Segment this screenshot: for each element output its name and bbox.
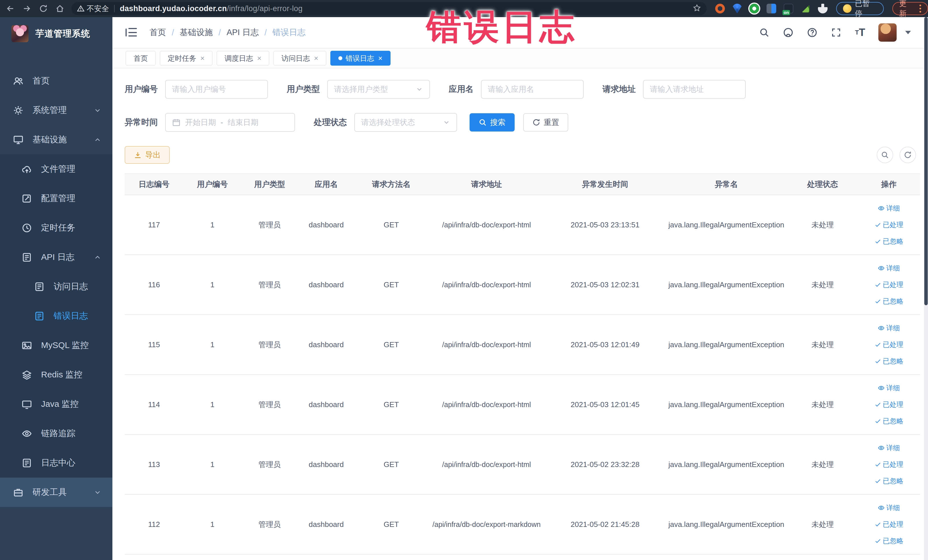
- refresh-table-button[interactable]: [899, 146, 916, 163]
- browser-forward-icon[interactable]: [21, 2, 33, 15]
- detail-link[interactable]: 详细: [878, 383, 900, 392]
- sidebar-item-4[interactable]: 文件管理: [0, 154, 112, 184]
- browser-scrollbar[interactable]: [924, 17, 928, 560]
- tag-tab-2[interactable]: 定时任务×: [160, 51, 212, 66]
- sidebar-item-13[interactable]: 链路追踪: [0, 419, 112, 448]
- sidebar-item-3[interactable]: 基础设施: [0, 125, 112, 154]
- check-icon: [875, 358, 881, 365]
- user-type-select[interactable]: 请选择用户类型: [327, 80, 430, 99]
- sidebar-item-8[interactable]: 访问日志: [0, 272, 112, 301]
- detail-link[interactable]: 详细: [878, 443, 900, 452]
- sidebar-item-9[interactable]: 错误日志: [0, 301, 112, 331]
- request-url-input[interactable]: [650, 85, 739, 94]
- date-start-placeholder: 开始日期: [185, 117, 216, 128]
- tag-tab-5[interactable]: 错误日志×: [330, 51, 391, 66]
- sidebar-item-10[interactable]: MySQL 监控: [0, 331, 112, 360]
- sidebar-item-label: 错误日志: [53, 310, 88, 322]
- search-icon[interactable]: [759, 27, 770, 38]
- detail-link[interactable]: 详细: [878, 264, 900, 273]
- update-button[interactable]: 更新: [892, 2, 928, 15]
- font-size-icon[interactable]: TT: [855, 27, 866, 38]
- browser-home-icon[interactable]: [53, 2, 66, 15]
- browser-menu-icon[interactable]: [919, 5, 921, 12]
- scrollbar-thumb[interactable]: [924, 17, 928, 305]
- user-id-field[interactable]: [165, 80, 268, 99]
- check-icon: [875, 478, 881, 484]
- ignored-link[interactable]: 已忽略: [875, 357, 904, 366]
- search-button[interactable]: 搜索: [470, 113, 514, 131]
- help-icon[interactable]: [806, 27, 818, 38]
- processed-link[interactable]: 已处理: [875, 280, 904, 289]
- processed-link[interactable]: 已处理: [875, 220, 904, 229]
- paused-badge[interactable]: 已暂停: [836, 2, 884, 15]
- show-search-button[interactable]: [877, 146, 893, 163]
- sidebar-item-11[interactable]: Redis 监控: [0, 360, 112, 389]
- close-icon[interactable]: ×: [257, 54, 261, 63]
- ignored-link[interactable]: 已忽略: [875, 237, 904, 246]
- extension-icon[interactable]: [749, 4, 759, 14]
- sidebar-item-15[interactable]: 研发工具: [0, 478, 112, 507]
- sidebar-item-label: 文件管理: [41, 163, 75, 175]
- avatar[interactable]: [878, 23, 897, 42]
- tag-tab-1[interactable]: 首页: [125, 51, 156, 66]
- tag-tab-3[interactable]: 调度日志×: [217, 51, 269, 66]
- app-name-field[interactable]: [481, 80, 584, 99]
- extension-icon[interactable]: on: [784, 4, 793, 14]
- breadcrumb-item: 错误日志: [272, 27, 305, 38]
- export-button[interactable]: 导出: [125, 146, 170, 164]
- tag-tab-4[interactable]: 访问日志×: [273, 51, 326, 66]
- chevron-up-icon: [93, 136, 102, 144]
- sidebar-item-2[interactable]: 系统管理: [0, 96, 112, 125]
- bookmark-star-icon[interactable]: [693, 4, 701, 13]
- status-select[interactable]: 请选择处理状态: [354, 113, 457, 132]
- fullscreen-icon[interactable]: [830, 27, 842, 38]
- security-warning-icon[interactable]: 不安全: [77, 4, 109, 14]
- sidebar-item-5[interactable]: 配置管理: [0, 184, 112, 213]
- processed-link[interactable]: 已处理: [875, 400, 904, 409]
- close-icon[interactable]: ×: [200, 54, 205, 63]
- check-icon: [875, 221, 881, 228]
- breadcrumb-item[interactable]: API 日志: [226, 27, 259, 38]
- app-logo[interactable]: 芋道管理系统: [0, 17, 112, 49]
- processed-link[interactable]: 已处理: [875, 340, 904, 349]
- extension-icon[interactable]: [766, 4, 776, 14]
- ignored-link[interactable]: 已忽略: [875, 536, 904, 545]
- breadcrumb-item[interactable]: 基础设施: [180, 27, 213, 38]
- detail-link[interactable]: 详细: [878, 323, 900, 333]
- app-name-input[interactable]: [488, 85, 577, 94]
- user-menu-caret-icon[interactable]: [905, 31, 911, 34]
- extension-icon[interactable]: [715, 4, 725, 14]
- close-icon[interactable]: ×: [378, 54, 383, 63]
- cloud-upload-icon: [22, 164, 32, 174]
- collapse-sidebar-icon[interactable]: [125, 28, 137, 37]
- extension-icon[interactable]: [801, 4, 810, 14]
- close-icon[interactable]: ×: [314, 54, 318, 63]
- detail-link[interactable]: 详细: [878, 204, 900, 213]
- user-id-input[interactable]: [172, 85, 261, 94]
- browser-back-icon[interactable]: [4, 2, 17, 15]
- sidebar-item-6[interactable]: 定时任务: [0, 213, 112, 243]
- processed-link[interactable]: 已处理: [875, 460, 904, 469]
- ignored-link[interactable]: 已忽略: [875, 417, 904, 426]
- extensions-puzzle-icon[interactable]: [818, 4, 827, 14]
- sidebar-item-14[interactable]: 日志中心: [0, 448, 112, 478]
- sidebar-item-12[interactable]: Java 监控: [0, 389, 112, 419]
- sidebar-item-label: Redis 监控: [41, 369, 82, 381]
- reset-button[interactable]: 重置: [523, 113, 568, 131]
- github-icon[interactable]: [783, 27, 794, 38]
- ignored-link[interactable]: 已忽略: [875, 476, 904, 485]
- request-url-field[interactable]: [643, 80, 746, 99]
- detail-link[interactable]: 详细: [878, 503, 900, 512]
- sidebar-item-1[interactable]: 首页: [0, 66, 112, 96]
- breadcrumb-item[interactable]: 首页: [150, 27, 166, 38]
- cell-url: /api/infra/db-doc/export-html: [428, 281, 545, 289]
- ignored-link[interactable]: 已忽略: [875, 297, 904, 306]
- sidebar-item-7[interactable]: API 日志: [0, 243, 112, 272]
- browser-reload-icon[interactable]: [37, 2, 50, 15]
- extension-icon[interactable]: [732, 4, 742, 14]
- date-range-picker[interactable]: 开始日期 - 结束日期: [165, 113, 295, 132]
- address-bar[interactable]: 不安全 dashboard.yudao.iocoder.cn/infra/log…: [71, 2, 707, 15]
- processed-link[interactable]: 已处理: [875, 520, 904, 529]
- cell-time: 2021-05-02 23:32:28: [545, 460, 665, 469]
- cell-type: 管理员: [241, 459, 298, 470]
